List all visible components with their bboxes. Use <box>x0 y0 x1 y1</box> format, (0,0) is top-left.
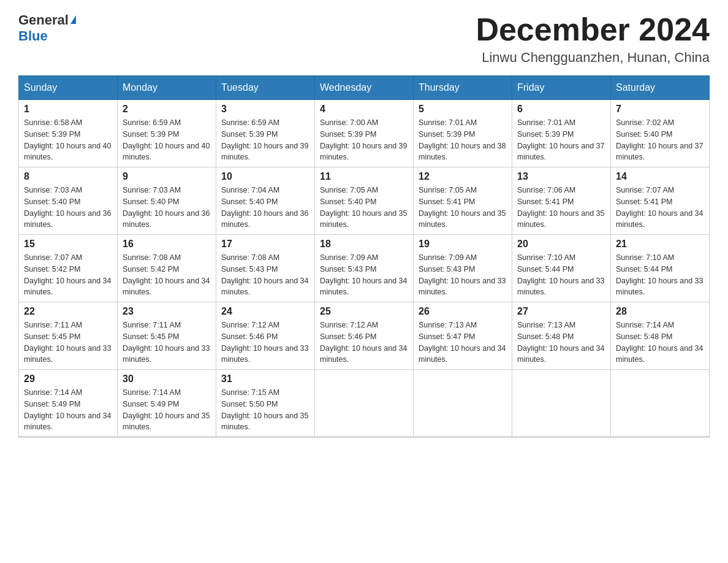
calendar-week-row: 29Sunrise: 7:14 AMSunset: 5:49 PMDayligh… <box>19 370 710 437</box>
day-number: 10 <box>221 171 309 182</box>
day-info: Sunrise: 7:07 AMSunset: 5:41 PMDaylight:… <box>616 185 704 231</box>
calendar-cell: 19Sunrise: 7:09 AMSunset: 5:43 PMDayligh… <box>414 235 512 302</box>
day-info: Sunrise: 7:10 AMSunset: 5:44 PMDaylight:… <box>517 252 605 298</box>
day-info: Sunrise: 7:12 AMSunset: 5:46 PMDaylight:… <box>320 320 408 366</box>
day-info: Sunrise: 7:09 AMSunset: 5:43 PMDaylight:… <box>320 252 408 298</box>
day-info: Sunrise: 7:05 AMSunset: 5:40 PMDaylight:… <box>320 185 408 231</box>
day-info: Sunrise: 7:14 AMSunset: 5:49 PMDaylight:… <box>24 387 112 433</box>
day-number: 31 <box>221 373 309 385</box>
calendar-cell: 6Sunrise: 7:01 AMSunset: 5:39 PMDaylight… <box>512 100 611 167</box>
page-title: December 2024 <box>476 12 710 47</box>
day-number: 26 <box>419 306 507 317</box>
day-number: 19 <box>419 239 507 250</box>
weekday-header-friday: Friday <box>512 76 611 100</box>
weekday-header-sunday: Sunday <box>19 76 118 100</box>
weekday-header-wednesday: Wednesday <box>315 76 414 100</box>
day-info: Sunrise: 7:14 AMSunset: 5:48 PMDaylight:… <box>616 320 704 366</box>
day-info: Sunrise: 7:01 AMSunset: 5:39 PMDaylight:… <box>419 117 507 163</box>
calendar-cell: 28Sunrise: 7:14 AMSunset: 5:48 PMDayligh… <box>611 302 710 370</box>
day-number: 13 <box>517 171 605 182</box>
calendar-cell: 31Sunrise: 7:15 AMSunset: 5:50 PMDayligh… <box>216 370 315 437</box>
day-number: 22 <box>24 306 112 317</box>
calendar-cell: 9Sunrise: 7:03 AMSunset: 5:40 PMDaylight… <box>118 167 216 235</box>
day-number: 25 <box>320 306 408 317</box>
day-info: Sunrise: 7:03 AMSunset: 5:40 PMDaylight:… <box>24 185 112 231</box>
calendar-cell: 29Sunrise: 7:14 AMSunset: 5:49 PMDayligh… <box>19 370 118 437</box>
calendar-cell <box>315 370 414 437</box>
calendar-cell: 20Sunrise: 7:10 AMSunset: 5:44 PMDayligh… <box>512 235 611 302</box>
day-info: Sunrise: 7:01 AMSunset: 5:39 PMDaylight:… <box>517 117 605 163</box>
logo-general-text: General <box>18 12 69 28</box>
calendar-cell: 22Sunrise: 7:11 AMSunset: 5:45 PMDayligh… <box>19 302 118 370</box>
day-number: 8 <box>24 171 112 182</box>
calendar-cell: 2Sunrise: 6:59 AMSunset: 5:39 PMDaylight… <box>118 100 216 167</box>
calendar-week-row: 15Sunrise: 7:07 AMSunset: 5:42 PMDayligh… <box>19 235 710 302</box>
logo: General Blue <box>18 12 76 44</box>
day-info: Sunrise: 7:11 AMSunset: 5:45 PMDaylight:… <box>123 320 211 366</box>
calendar-cell: 21Sunrise: 7:10 AMSunset: 5:44 PMDayligh… <box>611 235 710 302</box>
calendar-week-row: 22Sunrise: 7:11 AMSunset: 5:45 PMDayligh… <box>19 302 710 370</box>
weekday-header-monday: Monday <box>118 76 216 100</box>
day-info: Sunrise: 7:10 AMSunset: 5:44 PMDaylight:… <box>616 252 704 298</box>
calendar-cell: 3Sunrise: 6:59 AMSunset: 5:39 PMDaylight… <box>216 100 315 167</box>
day-info: Sunrise: 7:07 AMSunset: 5:42 PMDaylight:… <box>24 252 112 298</box>
day-number: 30 <box>123 373 211 385</box>
day-number: 28 <box>616 306 704 317</box>
day-number: 6 <box>517 104 605 115</box>
calendar-cell: 16Sunrise: 7:08 AMSunset: 5:42 PMDayligh… <box>118 235 216 302</box>
page-header: General Blue December 2024 Linwu Chenggu… <box>18 12 710 66</box>
calendar-cell: 1Sunrise: 6:58 AMSunset: 5:39 PMDaylight… <box>19 100 118 167</box>
day-number: 2 <box>123 104 211 115</box>
calendar-cell: 23Sunrise: 7:11 AMSunset: 5:45 PMDayligh… <box>118 302 216 370</box>
calendar-cell: 5Sunrise: 7:01 AMSunset: 5:39 PMDaylight… <box>414 100 512 167</box>
calendar-cell: 14Sunrise: 7:07 AMSunset: 5:41 PMDayligh… <box>611 167 710 235</box>
day-info: Sunrise: 7:06 AMSunset: 5:41 PMDaylight:… <box>517 185 605 231</box>
day-info: Sunrise: 7:13 AMSunset: 5:48 PMDaylight:… <box>517 320 605 366</box>
day-info: Sunrise: 7:08 AMSunset: 5:42 PMDaylight:… <box>123 252 211 298</box>
day-number: 4 <box>320 104 408 115</box>
day-info: Sunrise: 7:02 AMSunset: 5:40 PMDaylight:… <box>616 117 704 163</box>
calendar-cell: 15Sunrise: 7:07 AMSunset: 5:42 PMDayligh… <box>19 235 118 302</box>
calendar-cell <box>414 370 512 437</box>
title-block: December 2024 Linwu Chengguanzhen, Hunan… <box>476 12 710 66</box>
day-info: Sunrise: 7:08 AMSunset: 5:43 PMDaylight:… <box>221 252 309 298</box>
day-number: 20 <box>517 239 605 250</box>
calendar-cell: 18Sunrise: 7:09 AMSunset: 5:43 PMDayligh… <box>315 235 414 302</box>
calendar-cell: 25Sunrise: 7:12 AMSunset: 5:46 PMDayligh… <box>315 302 414 370</box>
day-number: 7 <box>616 104 704 115</box>
day-number: 15 <box>24 239 112 250</box>
calendar-table: SundayMondayTuesdayWednesdayThursdayFrid… <box>18 75 710 437</box>
day-number: 21 <box>616 239 704 250</box>
day-info: Sunrise: 7:00 AMSunset: 5:39 PMDaylight:… <box>320 117 408 163</box>
day-number: 29 <box>24 373 112 385</box>
day-number: 11 <box>320 171 408 182</box>
calendar-cell: 10Sunrise: 7:04 AMSunset: 5:40 PMDayligh… <box>216 167 315 235</box>
calendar-cell <box>512 370 611 437</box>
day-info: Sunrise: 7:09 AMSunset: 5:43 PMDaylight:… <box>419 252 507 298</box>
day-info: Sunrise: 7:12 AMSunset: 5:46 PMDaylight:… <box>221 320 309 366</box>
weekday-header-thursday: Thursday <box>414 76 512 100</box>
day-number: 17 <box>221 239 309 250</box>
day-info: Sunrise: 7:11 AMSunset: 5:45 PMDaylight:… <box>24 320 112 366</box>
calendar-cell: 8Sunrise: 7:03 AMSunset: 5:40 PMDaylight… <box>19 167 118 235</box>
day-info: Sunrise: 7:05 AMSunset: 5:41 PMDaylight:… <box>419 185 507 231</box>
calendar-cell: 24Sunrise: 7:12 AMSunset: 5:46 PMDayligh… <box>216 302 315 370</box>
day-number: 27 <box>517 306 605 317</box>
calendar-cell: 27Sunrise: 7:13 AMSunset: 5:48 PMDayligh… <box>512 302 611 370</box>
day-number: 23 <box>123 306 211 317</box>
calendar-cell <box>611 370 710 437</box>
day-number: 12 <box>419 171 507 182</box>
day-number: 3 <box>221 104 309 115</box>
day-number: 16 <box>123 239 211 250</box>
weekday-header-tuesday: Tuesday <box>216 76 315 100</box>
day-number: 18 <box>320 239 408 250</box>
day-number: 9 <box>123 171 211 182</box>
calendar-cell: 17Sunrise: 7:08 AMSunset: 5:43 PMDayligh… <box>216 235 315 302</box>
day-info: Sunrise: 7:13 AMSunset: 5:47 PMDaylight:… <box>419 320 507 366</box>
calendar-cell: 11Sunrise: 7:05 AMSunset: 5:40 PMDayligh… <box>315 167 414 235</box>
day-info: Sunrise: 6:58 AMSunset: 5:39 PMDaylight:… <box>24 117 112 163</box>
day-info: Sunrise: 7:04 AMSunset: 5:40 PMDaylight:… <box>221 185 309 231</box>
page-subtitle: Linwu Chengguanzhen, Hunan, China <box>476 50 710 66</box>
calendar-cell: 12Sunrise: 7:05 AMSunset: 5:41 PMDayligh… <box>414 167 512 235</box>
day-number: 14 <box>616 171 704 182</box>
